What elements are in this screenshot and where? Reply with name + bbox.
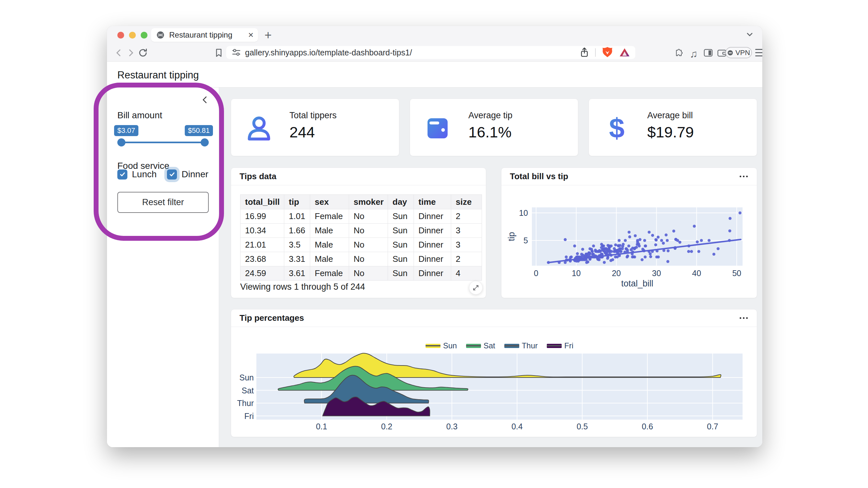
vpn-button[interactable]: VPN (725, 47, 752, 58)
expand-table-button[interactable] (469, 281, 483, 295)
svg-text:Thur: Thur (237, 398, 254, 408)
checkbox-lunch-label: Lunch (132, 169, 157, 180)
tips-table: total_billtipsexsmokerdaytimesize 16.991… (240, 194, 482, 281)
window-controls (117, 32, 148, 38)
value-box-label: Average tip (468, 110, 513, 121)
svg-text:total_bill: total_bill (621, 279, 653, 288)
scatter-plot: 01020304050510total_billtip (501, 185, 757, 298)
sidebar-panel-icon[interactable] (703, 48, 713, 58)
checkbox-lunch[interactable]: Lunch (117, 169, 157, 180)
table-cell: Sun (388, 266, 414, 281)
shiny-app: Restaurant tipping Bill amount $3.07 $50… (107, 62, 762, 447)
wallet-icon (424, 115, 452, 141)
checkbox-dinner-label: Dinner (182, 169, 208, 180)
table-cell: Male (310, 224, 349, 238)
app-header: Restaurant tipping (107, 62, 762, 88)
table-cell: 1.66 (284, 224, 310, 238)
value-box-total-tippers: Total tippers 244 (231, 98, 399, 156)
desktop: Restaurant tipping × + (0, 0, 868, 488)
card-menu-button[interactable] (739, 173, 748, 180)
back-icon[interactable] (114, 48, 124, 58)
value-box-text: Total tippers 244 (289, 110, 337, 141)
page-title: Restaurant tipping (117, 69, 199, 81)
table-cell: Dinner (414, 224, 451, 238)
new-tab-button[interactable]: + (265, 29, 272, 41)
table-cell: 23.68 (241, 252, 284, 266)
slider-handle-min[interactable] (117, 138, 125, 147)
media-music-icon[interactable]: ♫ (690, 48, 700, 58)
checkbox-dinner[interactable]: Dinner (167, 169, 208, 180)
column-header: size (451, 195, 482, 209)
table-cell: No (349, 209, 388, 224)
svg-text:20: 20 (612, 269, 621, 278)
value-box-label: Total tippers (289, 110, 337, 121)
table-cell: Male (310, 252, 349, 266)
bookmark-icon[interactable] (214, 48, 224, 58)
svg-text:50: 50 (732, 269, 741, 278)
slider-track[interactable] (121, 141, 206, 143)
table-cell: 4 (451, 266, 482, 281)
table-cell: Dinner (414, 252, 451, 266)
table-cell: 3 (451, 238, 482, 252)
minus-circle-icon (727, 50, 733, 56)
tab-list-chevron-icon[interactable] (745, 31, 754, 38)
table-row[interactable]: 21.013.5MaleNoSunDinner3 (241, 238, 482, 252)
reset-filter-button[interactable]: Reset filter (117, 192, 209, 213)
main-content: Total tippers 244 Average tip 16.1% (219, 88, 762, 447)
svg-text:0: 0 (534, 269, 538, 278)
vpn-label: VPN (736, 48, 750, 57)
table-row[interactable]: 23.683.31MaleNoSunDinner2 (241, 252, 482, 266)
svg-text:0.3: 0.3 (446, 422, 458, 431)
table-cell: Male (310, 238, 349, 252)
close-window-button[interactable] (117, 32, 124, 38)
table-row[interactable]: 16.991.01FemaleNoSunDinner2 (241, 209, 482, 224)
tune-icon[interactable] (231, 47, 241, 57)
slider-handle-max[interactable] (200, 138, 209, 147)
table-cell: Sun (388, 252, 414, 266)
card-menu-button[interactable] (739, 315, 748, 321)
column-header: tip (284, 195, 310, 209)
svg-text:tip: tip (506, 232, 516, 241)
svg-text:Sun: Sun (240, 373, 254, 382)
bill-amount-slider: $3.07 $50.81 (117, 125, 209, 154)
table-header-row: total_billtipsexsmokerdaytimesize (241, 195, 482, 209)
zoom-window-button[interactable] (141, 32, 148, 38)
card-title: Total bill vs tip (510, 171, 739, 182)
column-header: smoker (349, 195, 388, 209)
table-cell: Female (310, 266, 349, 281)
table-row[interactable]: 24.593.61FemaleNoSunDinner4 (241, 266, 482, 281)
bat-icon[interactable] (619, 47, 630, 58)
extensions-puzzle-icon[interactable] (674, 48, 683, 58)
tab-title: Restaurant tipping (169, 30, 248, 39)
checkbox-checked-icon[interactable] (167, 169, 177, 180)
svg-text:10: 10 (519, 208, 528, 218)
svg-text:0.5: 0.5 (577, 422, 588, 431)
table-cell: 3.31 (284, 252, 310, 266)
forward-icon[interactable] (126, 48, 135, 58)
expand-icon (472, 285, 479, 291)
svg-text:10: 10 (572, 269, 581, 278)
svg-text:Fri: Fri (244, 412, 254, 421)
share-icon[interactable] (580, 47, 589, 58)
value-box-value: $19.79 (647, 123, 694, 141)
sidebar-collapse-icon[interactable] (201, 95, 209, 104)
brave-shield-icon[interactable] (601, 46, 613, 59)
person-icon (245, 115, 273, 141)
dollar-icon: $ (603, 115, 630, 141)
checkbox-checked-icon[interactable] (117, 169, 127, 180)
column-header: sex (310, 195, 349, 209)
column-header: time (414, 195, 451, 209)
svg-text:Sat: Sat (242, 386, 254, 395)
card-title: Tip percentages (240, 313, 739, 323)
tab-close-icon[interactable]: × (248, 30, 253, 39)
card-title: Tips data (240, 171, 477, 182)
browser-tab[interactable]: Restaurant tipping × (151, 28, 258, 42)
url-text[interactable]: gallery.shinyapps.io/template-dashboard-… (245, 48, 580, 57)
address-bar[interactable]: gallery.shinyapps.io/template-dashboard-… (226, 46, 635, 59)
menu-hamburger-icon[interactable] (755, 49, 762, 56)
reload-icon[interactable] (138, 48, 148, 58)
table-row[interactable]: 10.341.66MaleNoSunDinner3 (241, 224, 482, 238)
table-cell: No (349, 266, 388, 281)
column-header: total_bill (241, 195, 284, 209)
minimize-window-button[interactable] (129, 32, 136, 38)
